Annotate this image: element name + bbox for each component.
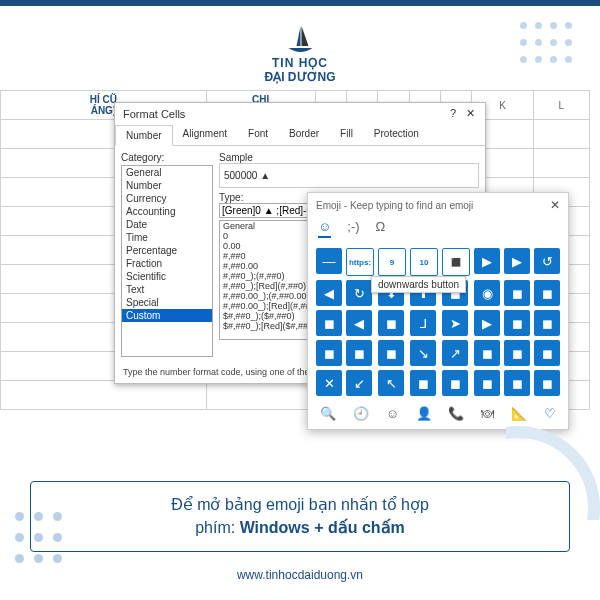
heart-icon[interactable]: ♡ — [544, 406, 556, 421]
emoji-item[interactable]: ⅃ — [410, 310, 436, 336]
emoji-item[interactable]: — — [316, 248, 342, 274]
logo-line1: TIN HỌC — [265, 56, 336, 70]
close-icon[interactable]: ✕ — [463, 107, 477, 120]
caption-line1: Để mở bảng emoji bạn nhấn tổ hợp — [171, 496, 429, 513]
caption-line2: phím: — [195, 519, 239, 536]
emoji-item[interactable]: ◼ — [346, 340, 372, 366]
objects-icon[interactable]: 📐 — [511, 406, 527, 421]
smiley-icon[interactable]: ☺ — [386, 406, 399, 421]
recent-icon[interactable]: 🕘 — [353, 406, 369, 421]
emoji-item[interactable]: ◀ — [316, 280, 342, 306]
cat-item[interactable]: Fraction — [122, 257, 212, 270]
top-border — [0, 0, 600, 6]
emoji-panel: Emoji - Keep typing to find an emoji ✕ ☺… — [307, 192, 569, 430]
emoji-item[interactable]: ◼ — [534, 280, 560, 306]
emoji-item[interactable]: ◼ — [316, 340, 342, 366]
sample-value: 500000 ▲ — [219, 163, 479, 188]
cat-item[interactable]: Number — [122, 179, 212, 192]
emoji-item[interactable]: ◼ — [534, 340, 560, 366]
people-icon[interactable]: 👤 — [416, 406, 432, 421]
tab-protection[interactable]: Protection — [364, 124, 430, 145]
emoji-item[interactable]: ◼ — [474, 340, 500, 366]
emoji-item[interactable]: https: — [346, 248, 374, 276]
dot-decoration — [516, 18, 586, 88]
site-url: www.tinhocdaiduong.vn — [0, 568, 600, 582]
emoji-item[interactable]: ◼ — [410, 370, 436, 396]
dialog-tabs: Number Alignment Font Border Fill Protec… — [115, 124, 485, 146]
close-icon[interactable]: ✕ — [550, 198, 560, 212]
emoji-item[interactable]: ↘ — [410, 340, 436, 366]
brand-logo: TIN HỌC ĐẠI DƯƠNG — [265, 24, 336, 84]
emoji-item[interactable]: ◼ — [474, 370, 500, 396]
category-label: Category: — [121, 152, 213, 163]
sample-label: Sample — [219, 152, 479, 163]
caption-box: Để mở bảng emoji bạn nhấn tổ hợp phím: W… — [30, 481, 570, 552]
emoji-item[interactable]: 10 — [410, 248, 438, 276]
emoji-item[interactable]: ◼ — [442, 370, 468, 396]
emoji-item[interactable]: 9 — [378, 248, 406, 276]
tab-fill[interactable]: Fill — [330, 124, 364, 145]
emoji-grid: — https: 9 10 ⬛ ▶ ▶ ↺ ◀ ↻ ⬇ ⬆ ◼ ◉ ◼ ◼ ◼ … — [308, 244, 568, 400]
emoji-item[interactable]: ◼ — [534, 310, 560, 336]
cat-item[interactable]: Special — [122, 296, 212, 309]
cat-item[interactable]: General — [122, 166, 212, 179]
tab-alignment[interactable]: Alignment — [173, 124, 238, 145]
emoji-tooltip: downwards button — [371, 276, 466, 293]
emoji-item[interactable]: ↖ — [378, 370, 404, 396]
cat-item[interactable]: Percentage — [122, 244, 212, 257]
tab-border[interactable]: Border — [279, 124, 330, 145]
emoji-item[interactable]: ◉ — [474, 280, 500, 306]
emoji-item[interactable]: ↻ — [346, 280, 372, 306]
cat-item[interactable]: Text — [122, 283, 212, 296]
emoji-item[interactable]: ◼ — [504, 280, 530, 306]
sailboat-icon — [282, 24, 318, 54]
emoji-item[interactable]: ◼ — [504, 370, 530, 396]
emoji-item[interactable]: ↙ — [346, 370, 372, 396]
tab-number[interactable]: Number — [115, 125, 173, 146]
emoji-item[interactable]: ✕ — [316, 370, 342, 396]
emoji-item[interactable]: ◀ — [346, 310, 372, 336]
emoji-item[interactable]: ↺ — [534, 248, 560, 274]
food-icon[interactable]: 🍽 — [481, 406, 494, 421]
cat-item[interactable]: Date — [122, 218, 212, 231]
search-icon[interactable]: 🔍 — [320, 406, 336, 421]
emoji-item[interactable]: ⬛ — [442, 248, 470, 276]
emoji-item[interactable]: ↗ — [442, 340, 468, 366]
help-icon[interactable]: ? — [446, 107, 460, 119]
cat-item[interactable]: Accounting — [122, 205, 212, 218]
category-list[interactable]: General Number Currency Accounting Date … — [121, 165, 213, 357]
emoji-item[interactable]: ◼ — [504, 310, 530, 336]
dot-decoration-b — [10, 507, 67, 570]
caption-bold: Windows + dấu chấm — [240, 519, 405, 536]
emoji-item[interactable]: ▶ — [474, 310, 500, 336]
emoji-tab-kaomoji[interactable]: ;-) — [347, 219, 359, 238]
cat-item[interactable]: Time — [122, 231, 212, 244]
dialog-title: Format Cells — [123, 108, 185, 120]
emoji-tab-smiley[interactable]: ☺ — [318, 219, 331, 238]
emoji-item[interactable]: ◼ — [378, 310, 404, 336]
emoji-item[interactable]: ◼ — [504, 340, 530, 366]
emoji-item[interactable]: ◼ — [534, 370, 560, 396]
emoji-tab-symbols[interactable]: Ω — [376, 219, 386, 238]
cat-item[interactable]: Currency — [122, 192, 212, 205]
cat-item[interactable]: Scientific — [122, 270, 212, 283]
emoji-item[interactable]: ◼ — [378, 340, 404, 366]
logo-line2: ĐẠI DƯƠNG — [265, 70, 336, 84]
emoji-item[interactable]: ◼ — [316, 310, 342, 336]
emoji-item[interactable]: ▶ — [504, 248, 530, 274]
phone-icon[interactable]: 📞 — [448, 406, 464, 421]
cat-item-selected[interactable]: Custom — [122, 309, 212, 322]
emoji-title: Emoji - Keep typing to find an emoji — [316, 200, 473, 211]
col-letter: L — [533, 91, 589, 120]
emoji-item[interactable]: ▶ — [474, 248, 500, 274]
tab-font[interactable]: Font — [238, 124, 279, 145]
emoji-item[interactable]: ➤ — [442, 310, 468, 336]
